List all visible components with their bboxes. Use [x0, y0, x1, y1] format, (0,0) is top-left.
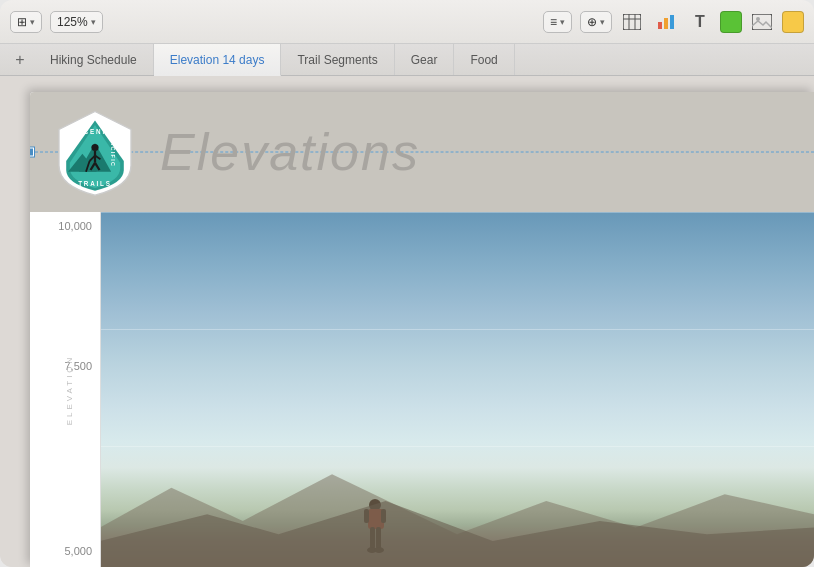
tab-label: Food	[470, 53, 497, 67]
svg-rect-5	[664, 18, 668, 29]
image-icon	[752, 14, 772, 30]
toolbar-left: ⊞ ▾ 125% ▾	[10, 11, 535, 33]
toolbar: ⊞ ▾ 125% ▾ ≡ ▾ ⊕ ▾	[0, 0, 814, 44]
list-icon: ≡	[550, 15, 557, 29]
grid-line-top	[100, 212, 814, 213]
zoom-chevron-icon: ▾	[91, 17, 96, 27]
chart-btn[interactable]	[652, 11, 680, 33]
zoom-label: 125%	[57, 15, 88, 29]
chart-image-area	[100, 212, 814, 567]
y-label-5000: 5,000	[64, 545, 92, 557]
insert-btn[interactable]: ⊕ ▾	[580, 11, 612, 33]
view-chevron-icon: ▾	[30, 17, 35, 27]
add-tab-btn[interactable]: +	[6, 44, 34, 75]
mountain-terrain	[100, 461, 814, 568]
toolbar-right: ⊕ ▾ T	[580, 11, 804, 33]
tab-label: Elevation 14 days	[170, 53, 265, 67]
y-axis: 10,000 7,500 5,000 ELEVATION	[30, 212, 100, 567]
logo-image: SCENIC PACIFIC TRAILS	[50, 107, 140, 197]
document-area: SCENIC PACIFIC TRAILS Elevations 10,000 …	[0, 76, 814, 567]
y-axis-title: ELEVATION	[65, 354, 74, 425]
view-icon: ⊞	[17, 15, 27, 29]
chart-icon	[657, 14, 675, 30]
tab-trail-segments[interactable]: Trail Segments	[281, 44, 394, 75]
insert-chevron-icon: ▾	[600, 17, 605, 27]
page: SCENIC PACIFIC TRAILS Elevations 10,000 …	[30, 92, 814, 567]
image-btn[interactable]	[748, 11, 776, 33]
tab-gear[interactable]: Gear	[395, 44, 455, 75]
chart-photo-bg	[100, 212, 814, 567]
page-header: SCENIC PACIFIC TRAILS Elevations	[30, 92, 814, 212]
chart-section: 10,000 7,500 5,000 ELEVATION	[30, 212, 814, 567]
tab-elevation[interactable]: Elevation 14 days	[154, 44, 282, 76]
svg-text:PACIFIC: PACIFIC	[110, 137, 116, 168]
svg-rect-6	[670, 15, 674, 29]
add-icon: +	[15, 51, 24, 69]
green-color-btn[interactable]	[720, 11, 742, 33]
insert-icon: ⊕	[587, 15, 597, 29]
table-btn[interactable]	[618, 11, 646, 33]
page-title: Elevations	[160, 122, 420, 182]
grid-line-low	[100, 446, 814, 447]
tabs-bar: + Hiking Schedule Elevation 14 days Trai…	[0, 44, 814, 76]
list-chevron-icon: ▾	[560, 17, 565, 27]
text-icon: T	[695, 13, 705, 31]
text-btn[interactable]: T	[686, 11, 714, 33]
logo-container: SCENIC PACIFIC TRAILS	[50, 107, 140, 197]
tab-food[interactable]: Food	[454, 44, 514, 75]
tab-label: Gear	[411, 53, 438, 67]
table-icon	[623, 14, 641, 30]
tab-hiking-schedule[interactable]: Hiking Schedule	[34, 44, 154, 75]
svg-rect-7	[752, 14, 772, 30]
zoom-btn[interactable]: 125% ▾	[50, 11, 103, 33]
toolbar-center: ≡ ▾	[543, 11, 572, 33]
y-axis-border	[100, 212, 101, 567]
tab-label: Trail Segments	[297, 53, 377, 67]
main-content: SCENIC PACIFIC TRAILS Elevations 10,000 …	[0, 76, 814, 567]
svg-rect-4	[658, 22, 662, 29]
tab-label: Hiking Schedule	[50, 53, 137, 67]
y-label-10000: 10,000	[58, 220, 92, 232]
grid-line-mid	[100, 329, 814, 330]
view-toggle-btn[interactable]: ⊞ ▾	[10, 11, 42, 33]
list-btn[interactable]: ≡ ▾	[543, 11, 572, 33]
svg-point-11	[91, 144, 98, 151]
svg-text:TRAILS: TRAILS	[78, 180, 112, 187]
svg-text:SCENIC: SCENIC	[78, 128, 113, 135]
svg-rect-0	[623, 14, 641, 30]
yellow-color-btn[interactable]	[782, 11, 804, 33]
